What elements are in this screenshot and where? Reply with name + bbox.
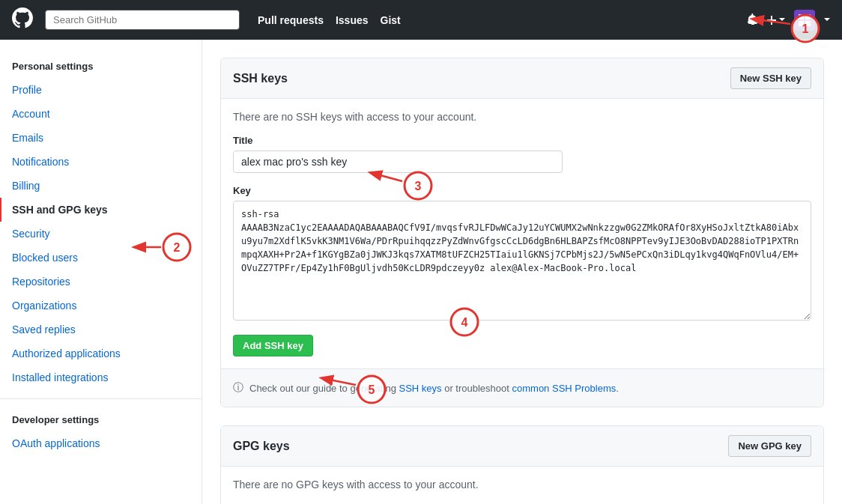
ssh-card-footer: ⓘ Check out our guide to generating SSH …: [221, 368, 823, 407]
help-icon: ⓘ: [233, 381, 243, 395]
ssh-keys-card: SSH keys New SSH key There are no SSH ke…: [220, 58, 824, 407]
sidebar-item-oauth-apps[interactable]: OAuth applications: [0, 431, 202, 455]
sidebar-item-installed-integrations[interactable]: Installed integrations: [0, 365, 202, 389]
github-logo[interactable]: [12, 7, 33, 33]
sidebar-item-ssh-gpg-keys[interactable]: SSH and GPG keys: [0, 198, 202, 222]
ssh-card-title: SSH keys: [233, 72, 288, 85]
app-layout: Personal settings Profile Account Emails…: [0, 40, 842, 504]
add-ssh-key-button[interactable]: Add SSH key: [233, 335, 313, 356]
ssh-card-body: There are no SSH keys with access to you…: [221, 99, 823, 368]
ssh-title-label: Title: [233, 135, 811, 146]
sidebar: Personal settings Profile Account Emails…: [0, 40, 202, 504]
plus-icon[interactable]: [767, 14, 785, 26]
personal-settings-title: Personal settings: [0, 55, 202, 78]
app-header: Pull requests Issues Gist: [0, 0, 842, 40]
no-gpg-keys-message: There are no GPG keys with access to you…: [233, 479, 811, 491]
gpg-keys-card: GPG keys New GPG key There are no GPG ke…: [220, 425, 824, 504]
ssh-help-text: Check out our guide to generating SSH ke…: [249, 383, 619, 394]
sidebar-item-organizations[interactable]: Organizations: [0, 294, 202, 318]
gpg-card-body: There are no GPG keys with access to you…: [221, 467, 823, 504]
notifications-icon[interactable]: [748, 13, 758, 28]
sidebar-item-account[interactable]: Account: [0, 102, 202, 126]
common-ssh-problems-link[interactable]: common SSH Problems: [512, 383, 617, 394]
search-input[interactable]: [45, 10, 240, 30]
sidebar-item-repositories[interactable]: Repositories: [0, 270, 202, 294]
nav-issues[interactable]: Issues: [336, 14, 369, 26]
avatar-chevron-icon: [824, 14, 830, 26]
user-avatar[interactable]: [794, 10, 815, 31]
new-gpg-key-button[interactable]: New GPG key: [728, 435, 811, 457]
sidebar-item-emails[interactable]: Emails: [0, 126, 202, 150]
new-ssh-key-button[interactable]: New SSH key: [730, 67, 811, 89]
main-content: SSH keys New SSH key There are no SSH ke…: [202, 40, 842, 504]
nav-pull-requests[interactable]: Pull requests: [258, 14, 324, 26]
nav-gist[interactable]: Gist: [381, 14, 401, 26]
sidebar-item-notifications[interactable]: Notifications: [0, 150, 202, 174]
gpg-card-title: GPG keys: [233, 440, 290, 453]
ssh-key-group: Key ssh-rsa AAAAB3NzaC1yc2EAAAADAQABAAAB…: [233, 185, 811, 323]
gpg-card-header: GPG keys New GPG key: [221, 426, 823, 467]
sidebar-item-security[interactable]: Security: [0, 222, 202, 246]
sidebar-item-profile[interactable]: Profile: [0, 78, 202, 102]
ssh-keys-link[interactable]: SSH keys: [399, 383, 441, 394]
ssh-title-group: Title: [233, 135, 811, 173]
ssh-card-header: SSH keys New SSH key: [221, 58, 823, 99]
header-nav: Pull requests Issues Gist: [258, 14, 401, 26]
ssh-key-label: Key: [233, 185, 811, 196]
ssh-title-input[interactable]: [233, 151, 563, 173]
sidebar-item-saved-replies[interactable]: Saved replies: [0, 318, 202, 341]
sidebar-item-authorized-apps[interactable]: Authorized applications: [0, 341, 202, 365]
sidebar-item-billing[interactable]: Billing: [0, 174, 202, 198]
sidebar-item-blocked-users[interactable]: Blocked users: [0, 246, 202, 270]
no-ssh-keys-message: There are no SSH keys with access to you…: [233, 111, 811, 123]
developer-settings-title: Developer settings: [0, 408, 202, 431]
ssh-key-textarea[interactable]: ssh-rsa AAAAB3NzaC1yc2EAAAADAQABAAABAQCf…: [233, 201, 811, 321]
sidebar-divider: [0, 398, 202, 399]
header-right: [748, 10, 830, 31]
